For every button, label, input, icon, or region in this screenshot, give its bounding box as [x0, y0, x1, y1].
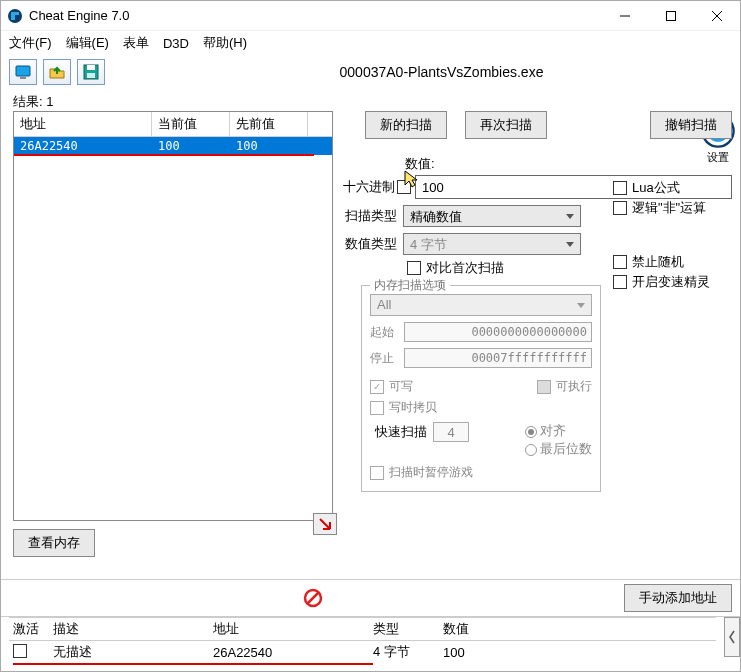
minimize-button[interactable]: [602, 1, 648, 31]
col-current[interactable]: 当前值: [152, 112, 230, 136]
app-icon: [7, 8, 23, 24]
svg-rect-5: [16, 66, 30, 76]
value-type-label: 数值类型: [343, 235, 403, 253]
last-digits-radio[interactable]: [525, 444, 537, 456]
svg-rect-9: [87, 73, 95, 78]
undo-scan-button[interactable]: 撤销扫描: [650, 111, 732, 139]
process-label: 000037A0-PlantsVsZombies.exe: [151, 64, 732, 80]
menu-d3d[interactable]: D3D: [163, 36, 189, 51]
active-checkbox[interactable]: [13, 644, 27, 658]
results-count: 结果: 1: [1, 91, 740, 111]
pause-checkbox[interactable]: [370, 466, 384, 480]
value-type-select[interactable]: 4 字节: [403, 233, 581, 255]
menu-help[interactable]: 帮助(H): [203, 34, 247, 52]
menu-file[interactable]: 文件(F): [9, 34, 52, 52]
memory-scan-options: 内存扫描选项 All 起始 停止 可写 可执行 写时拷贝: [361, 285, 601, 492]
results-table[interactable]: 地址 当前值 先前值 26A22540 100 100: [13, 111, 333, 521]
maximize-button[interactable]: [648, 1, 694, 31]
view-memory-button[interactable]: 查看内存: [13, 529, 95, 557]
advanced-options-button[interactable]: [724, 617, 740, 657]
svg-rect-2: [667, 11, 676, 20]
scan-type-select[interactable]: 精确数值: [403, 205, 581, 227]
open-file-button[interactable]: [43, 59, 71, 85]
value-label: 数值:: [405, 155, 732, 173]
menu-table[interactable]: 表单: [123, 34, 149, 52]
stop-address-input[interactable]: [404, 348, 592, 368]
start-address-input[interactable]: [404, 322, 592, 342]
speedhack-checkbox[interactable]: [613, 275, 627, 289]
next-scan-button[interactable]: 再次扫描: [465, 111, 547, 139]
svg-line-14: [307, 592, 319, 604]
hex-label: 十六进制: [343, 178, 395, 196]
col-addr[interactable]: 地址: [213, 620, 373, 638]
select-process-button[interactable]: [9, 59, 37, 85]
cow-checkbox[interactable]: [370, 401, 384, 415]
window-title: Cheat Engine 7.0: [29, 8, 602, 23]
hex-checkbox[interactable]: [397, 180, 411, 194]
save-file-button[interactable]: [77, 59, 105, 85]
new-scan-button[interactable]: 新的扫描: [365, 111, 447, 139]
col-previous[interactable]: 先前值: [230, 112, 308, 136]
align-radio[interactable]: [525, 426, 537, 438]
clear-list-button[interactable]: [299, 585, 327, 611]
no-random-checkbox[interactable]: [613, 255, 627, 269]
svg-rect-6: [20, 77, 26, 79]
close-button[interactable]: [694, 1, 740, 31]
result-row[interactable]: 26A22540 100 100: [14, 137, 332, 155]
col-type[interactable]: 类型: [373, 620, 443, 638]
executable-checkbox[interactable]: [537, 380, 551, 394]
not-checkbox[interactable]: [613, 201, 627, 215]
writable-checkbox[interactable]: [370, 380, 384, 394]
col-address[interactable]: 地址: [14, 112, 152, 136]
cheat-row[interactable]: 无描述 26A22540 4 字节 100: [9, 641, 716, 663]
compare-first-label: 对比首次扫描: [426, 259, 504, 277]
region-select[interactable]: All: [370, 294, 592, 316]
fast-scan-value[interactable]: [433, 422, 469, 442]
add-to-list-button[interactable]: [313, 513, 337, 535]
compare-first-checkbox[interactable]: [407, 261, 421, 275]
scan-type-label: 扫描类型: [343, 207, 403, 225]
lua-checkbox[interactable]: [613, 181, 627, 195]
col-value[interactable]: 数值: [443, 620, 716, 638]
svg-rect-8: [87, 65, 95, 70]
col-active[interactable]: 激活: [9, 620, 53, 638]
col-desc[interactable]: 描述: [53, 620, 213, 638]
manual-add-button[interactable]: 手动添加地址: [624, 584, 732, 612]
highlight-underline: [13, 663, 373, 665]
menu-edit[interactable]: 编辑(E): [66, 34, 109, 52]
